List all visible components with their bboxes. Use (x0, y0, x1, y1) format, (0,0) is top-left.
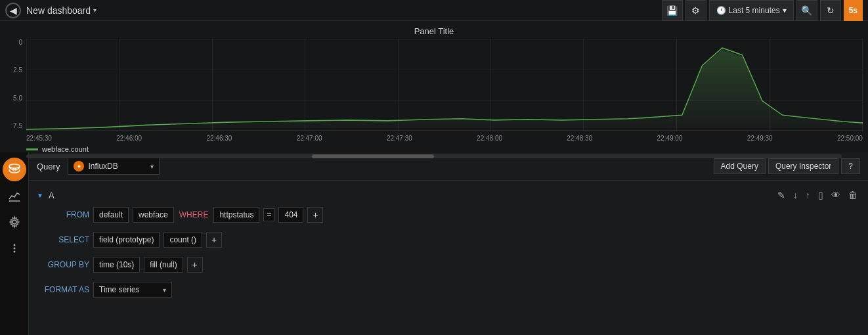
from-label: FROM (37, 210, 89, 219)
query-row-header-a: ▼ A ✎ ↓ ↑ ▯ 👁 🗑 (37, 186, 860, 204)
chevron-down-icon: ▾ (93, 7, 97, 14)
edit-query-button[interactable]: ✎ (775, 189, 788, 202)
x-label-6: 22:48:30 (567, 135, 592, 142)
group-time-selector[interactable]: time (10s) (93, 257, 140, 273)
time-range-label: Last 5 minutes (729, 6, 780, 15)
group-fill-selector[interactable]: fill (null) (144, 257, 183, 273)
influxdb-icon: ● (74, 161, 84, 171)
add-query-button[interactable]: Add Query (714, 158, 766, 174)
svg-point-7 (13, 248, 15, 250)
format-row: FORMAT AS Time series ▾ (37, 279, 860, 300)
where-operator[interactable]: = (263, 208, 274, 221)
x-label-3: 22:47:00 (297, 135, 322, 142)
datasource-chevron-icon: ▾ (150, 163, 154, 170)
time-chevron-icon: ▾ (783, 6, 787, 15)
refresh-rate-button[interactable]: 5s (844, 0, 863, 21)
datasource-selector[interactable]: ● InfluxDB ▾ (68, 158, 160, 175)
svg-point-5 (12, 220, 16, 224)
select-field-selector[interactable]: field (prototype) (93, 232, 160, 248)
legend-label: webface.count (42, 145, 89, 153)
add-select-button[interactable]: + (206, 232, 222, 248)
y-label-0: 0 (5, 39, 25, 46)
svg-point-8 (13, 251, 15, 253)
dashboard-title-container[interactable]: New dashboard ▾ (26, 5, 97, 16)
chart-legend: webface.count (0, 145, 868, 153)
search-button[interactable]: 🔍 (796, 0, 817, 21)
x-label-5: 22:48:00 (477, 135, 502, 142)
toggle-visibility-button[interactable]: 👁 (829, 189, 843, 202)
panel-title: Panel Title (0, 26, 868, 36)
sidebar-icon-more[interactable] (3, 236, 26, 260)
query-label: Query (37, 162, 60, 171)
query-section-a: ▼ A ✎ ↓ ↑ ▯ 👁 🗑 FROM default webface WHE… (37, 186, 860, 300)
format-chevron-icon: ▾ (163, 286, 166, 294)
chart-scrollbar[interactable] (26, 154, 842, 158)
datasource-name: InfluxDB (88, 162, 118, 171)
query-row-actions-a: ✎ ↓ ↑ ▯ 👁 🗑 (775, 189, 860, 202)
more-icon (8, 242, 21, 255)
add-group-button[interactable]: + (187, 257, 203, 273)
refresh-icon-btn[interactable]: ↻ (820, 0, 841, 21)
select-label: SELECT (37, 235, 89, 244)
delete-query-button[interactable]: 🗑 (846, 189, 860, 202)
collapse-arrow-icon[interactable]: ▼ (37, 192, 43, 199)
from-db-selector[interactable]: default (93, 207, 129, 223)
main-content: Query ● InfluxDB ▾ Add Query Query Inspe… (0, 152, 868, 335)
sidebar-icon-settings[interactable] (3, 210, 26, 234)
gear-icon (8, 215, 21, 229)
database-icon (7, 162, 22, 177)
y-label-75: 7.5 (5, 122, 25, 129)
clock-icon: 🕐 (716, 6, 726, 15)
svg-point-2 (12, 165, 16, 168)
x-label-8: 22:49:30 (747, 135, 773, 142)
topbar-right: 💾 ⚙ 🕐 Last 5 minutes ▾ 🔍 ↻ 5s (662, 0, 863, 21)
duplicate-query-button[interactable]: ▯ (815, 189, 826, 202)
y-label-25: 2.5 (5, 66, 25, 74)
legend-color-swatch (26, 148, 38, 150)
chart-plot (26, 39, 863, 131)
chart-grid (26, 39, 863, 131)
sidebar (0, 152, 29, 335)
move-down-button[interactable]: ↓ (791, 189, 800, 202)
time-range-button[interactable]: 🕐 Last 5 minutes ▾ (709, 0, 794, 21)
query-name-a: A (49, 190, 54, 200)
refresh-rate-label: 5s (849, 6, 857, 15)
move-up-button[interactable]: ↑ (803, 189, 813, 202)
from-table-selector[interactable]: webface (133, 207, 174, 223)
group-by-label: GROUP BY (37, 260, 89, 269)
chart-container: 7.5 5.0 2.5 0 (5, 39, 863, 144)
topbar: ◀ New dashboard ▾ 💾 ⚙ 🕐 Last 5 minutes ▾… (0, 0, 868, 21)
where-keyword: WHERE (178, 208, 210, 222)
chart-icon (8, 189, 21, 202)
sidebar-icon-chart[interactable] (3, 184, 26, 208)
x-label-1: 22:46:00 (116, 135, 142, 142)
where-value-selector[interactable]: 404 (278, 207, 303, 223)
settings-button[interactable]: ⚙ (685, 0, 706, 21)
query-inspector-button[interactable]: Query Inspector (768, 158, 838, 174)
x-label-2: 22:46:30 (206, 135, 232, 142)
x-label-0: 22:45:30 (26, 135, 52, 142)
select-row: SELECT field (prototype) count () + (37, 229, 860, 250)
query-panel: Query ● InfluxDB ▾ Add Query Query Inspe… (29, 152, 868, 335)
scrollbar-thumb[interactable] (312, 154, 434, 158)
from-row: FROM default webface WHERE httpstatus = … (37, 204, 860, 225)
save-button[interactable]: 💾 (662, 0, 683, 21)
help-button[interactable]: ? (841, 158, 860, 174)
x-label-4: 22:47:30 (387, 135, 412, 142)
select-func-selector[interactable]: count () (163, 232, 202, 248)
dashboard-title: New dashboard (26, 5, 91, 16)
chart-area: Panel Title 7.5 5.0 2.5 0 (0, 21, 868, 152)
svg-point-6 (13, 244, 15, 246)
format-value: Time series (99, 285, 140, 294)
y-axis: 7.5 5.0 2.5 0 (5, 39, 25, 131)
where-field-selector[interactable]: httpstatus (213, 207, 259, 223)
add-where-button[interactable]: + (307, 207, 323, 223)
group-by-row: GROUP BY time (10s) fill (null) + (37, 254, 860, 275)
back-button[interactable]: ◀ (5, 3, 21, 18)
x-axis-labels: 22:45:30 22:46:00 22:46:30 22:47:00 22:4… (26, 132, 863, 144)
sidebar-icon-database[interactable] (3, 158, 26, 181)
query-actions: Add Query Query Inspector ? (714, 158, 860, 174)
x-label-7: 22:49:00 (657, 135, 683, 142)
y-label-50: 5.0 (5, 95, 25, 102)
format-selector[interactable]: Time series ▾ (93, 282, 172, 298)
